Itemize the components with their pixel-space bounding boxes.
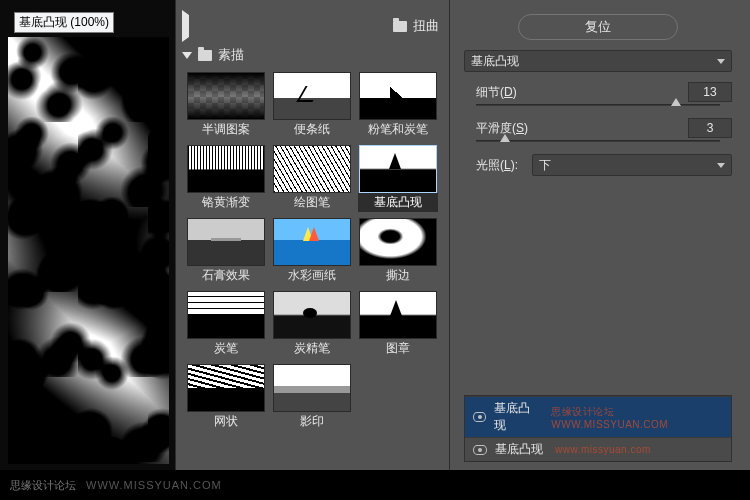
visibility-eye-icon[interactable] (473, 445, 487, 455)
category-sketch[interactable]: 素描 (180, 44, 441, 66)
filter-13[interactable]: 影印 (272, 364, 352, 431)
filter-8[interactable]: 撕边 (358, 218, 438, 285)
filter-label: 撕边 (384, 266, 412, 285)
layer-label: 基底凸现 (495, 441, 543, 458)
filter-10[interactable]: 炭精笔 (272, 291, 352, 358)
filter-1[interactable]: 便条纸 (272, 72, 352, 139)
light-select-value: 下 (539, 157, 551, 174)
footer-watermark: 思缘设计论坛 WWW.MISSYUAN.COM (0, 470, 750, 500)
category-label: 素描 (218, 46, 244, 64)
filter-2[interactable]: 粉笔和炭笔 (358, 72, 438, 139)
filter-label: 便条纸 (292, 120, 332, 139)
settings-panel: 复位 基底凸现 细节(D) 13 平滑度(S) 3 光照(L): (450, 0, 750, 470)
detail-input[interactable]: 13 (688, 82, 732, 102)
detail-label: 细节(D) (464, 84, 536, 101)
chevron-down-icon (717, 59, 725, 64)
filter-select[interactable]: 基底凸现 (464, 50, 732, 72)
slider-thumb-icon[interactable] (500, 134, 510, 142)
filter-label: 铬黄渐变 (200, 193, 252, 212)
filter-select-value: 基底凸现 (471, 53, 519, 70)
footer-forum: 思缘设计论坛 (10, 478, 76, 493)
detail-slider[interactable] (476, 102, 720, 108)
filter-label: 影印 (298, 412, 326, 431)
light-select[interactable]: 下 (532, 154, 732, 176)
filter-3[interactable]: 铬黄渐变 (186, 145, 266, 212)
slider-thumb-icon[interactable] (671, 98, 681, 106)
reset-button[interactable]: 复位 (518, 14, 678, 40)
filter-thumb (359, 72, 437, 120)
filter-thumb (359, 291, 437, 339)
category-distort[interactable]: 扭曲 (180, 8, 441, 44)
filter-label: 图章 (384, 339, 412, 358)
folder-icon (198, 50, 212, 61)
watermark-text: www.missyuan.com (555, 444, 651, 455)
filter-thumb (187, 364, 265, 412)
smoothness-slider[interactable] (476, 138, 720, 144)
filter-label: 半调图案 (200, 120, 252, 139)
filter-label: 水彩画纸 (286, 266, 338, 285)
effect-layers: 基底凸现思缘设计论坛 WWW.MISSYUAN.COM基底凸现www.missy… (464, 395, 732, 462)
watermark-text: 思缘设计论坛 WWW.MISSYUAN.COM (551, 405, 723, 430)
preview-image[interactable] (8, 37, 169, 464)
preview-title: 基底凸现 (100%) (14, 12, 114, 33)
filter-label: 基底凸现 (358, 193, 438, 212)
filter-9[interactable]: 炭笔 (186, 291, 266, 358)
filter-thumb (273, 72, 351, 120)
filter-label: 炭笔 (212, 339, 240, 358)
light-label: 光照(L): (464, 157, 524, 174)
filter-thumb (187, 72, 265, 120)
detail-param: 细节(D) 13 (464, 82, 732, 102)
layer-row[interactable]: 基底凸现思缘设计论坛 WWW.MISSYUAN.COM (465, 396, 731, 437)
light-param: 光照(L): 下 (464, 154, 732, 176)
filter-11[interactable]: 图章 (358, 291, 438, 358)
chevron-down-icon (717, 163, 725, 168)
folder-icon (393, 21, 407, 32)
filter-label: 粉笔和炭笔 (366, 120, 430, 139)
filter-thumb (273, 364, 351, 412)
filter-label: 炭精笔 (292, 339, 332, 358)
disclosure-down-icon (182, 52, 192, 59)
filter-label: 绘图笔 (292, 193, 332, 212)
filter-6[interactable]: 石膏效果 (186, 218, 266, 285)
layer-label: 基底凸现 (494, 400, 539, 434)
filter-4[interactable]: 绘图笔 (272, 145, 352, 212)
filter-thumb (187, 218, 265, 266)
preview-panel: 基底凸现 (100%) (0, 0, 175, 470)
visibility-eye-icon[interactable] (473, 412, 486, 422)
disclosure-right-icon (182, 10, 387, 42)
filter-5[interactable]: 基底凸现 (358, 145, 438, 212)
filter-thumb (273, 218, 351, 266)
footer-site: WWW.MISSYUAN.COM (86, 479, 222, 491)
filter-label: 网状 (212, 412, 240, 431)
filter-thumb (187, 291, 265, 339)
smoothness-input[interactable]: 3 (688, 118, 732, 138)
filter-thumb (359, 218, 437, 266)
filter-7[interactable]: 水彩画纸 (272, 218, 352, 285)
filter-0[interactable]: 半调图案 (186, 72, 266, 139)
filter-gallery: 扭曲 素描 半调图案便条纸粉笔和炭笔铬黄渐变绘图笔基底凸现石膏效果水彩画纸撕边炭… (175, 0, 450, 470)
filter-thumb (359, 145, 437, 193)
filter-thumb (273, 145, 351, 193)
filter-thumb (187, 145, 265, 193)
filter-12[interactable]: 网状 (186, 364, 266, 431)
filter-grid: 半调图案便条纸粉笔和炭笔铬黄渐变绘图笔基底凸现石膏效果水彩画纸撕边炭笔炭精笔图章… (186, 72, 441, 431)
category-label: 扭曲 (413, 17, 439, 35)
filter-label: 石膏效果 (200, 266, 252, 285)
layer-row[interactable]: 基底凸现www.missyuan.com (465, 437, 731, 461)
filter-thumb (273, 291, 351, 339)
